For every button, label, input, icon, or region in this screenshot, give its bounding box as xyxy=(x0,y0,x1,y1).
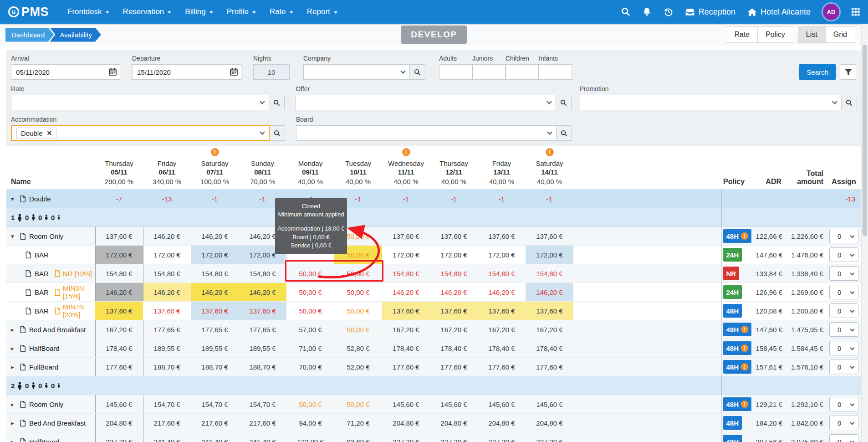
rate-cell[interactable]: 178,40 € xyxy=(478,339,526,358)
rate-cell[interactable]: 137,60 € xyxy=(239,302,286,320)
rate-cell[interactable]: 154,70 € xyxy=(143,395,191,414)
rate-cell[interactable]: 154,80 € xyxy=(95,264,143,283)
rate-cell[interactable]: 172,00 € xyxy=(191,246,239,264)
rate-cell[interactable]: 204,80 € xyxy=(478,414,526,432)
row-name-cell[interactable]: ▾Double xyxy=(6,190,95,208)
rate-cell[interactable]: 57,00 € xyxy=(286,320,334,339)
rate-cell[interactable]: 177,65 € xyxy=(143,320,191,339)
assign-select[interactable]: 0 xyxy=(829,434,858,442)
rate-cell[interactable]: 137,60 € xyxy=(191,302,239,320)
infants-input[interactable] xyxy=(539,64,572,80)
assign-select[interactable]: 0 xyxy=(829,341,858,355)
rate-cell[interactable]: 154,80 € xyxy=(430,264,478,283)
rate-cell[interactable]: 188,70 € xyxy=(239,358,286,376)
rate-cell[interactable]: 241,40 € xyxy=(239,432,286,442)
rate-cell[interactable]: 217,60 € xyxy=(143,414,191,432)
rate-cell[interactable]: 204,80 € xyxy=(526,414,573,432)
assign-select[interactable]: 0 xyxy=(829,322,858,337)
rate-cell[interactable]: 146,20 € xyxy=(526,283,573,302)
rate-cell[interactable]: 227,20 € xyxy=(382,432,430,442)
rate-cell[interactable]: 154,80 € xyxy=(526,264,573,283)
expand-caret[interactable]: ▸ xyxy=(11,364,17,370)
row-name-cell[interactable]: ▸Bed And Breakfast xyxy=(6,320,95,339)
expand-caret[interactable]: ▾ xyxy=(11,195,17,202)
rate-search-button[interactable] xyxy=(269,95,285,110)
rate-cell[interactable]: 189,55 € xyxy=(239,339,286,358)
rate-cell[interactable]: 145,60 € xyxy=(526,395,573,414)
rate-cell[interactable]: 177,60 € xyxy=(382,358,430,376)
promotion-search-button[interactable] xyxy=(842,95,857,110)
scrollbar-thumb[interactable] xyxy=(863,45,867,236)
company-select[interactable] xyxy=(303,64,410,80)
rate-cell[interactable]: 172,00 € xyxy=(430,246,478,264)
assign-select[interactable]: 0 xyxy=(829,266,858,281)
hotel-link[interactable]: Hotel Alicante xyxy=(748,7,811,17)
rate-cell[interactable]: 71,00 € xyxy=(286,339,334,358)
rate-cell[interactable]: 172,00 € xyxy=(526,246,573,264)
rate-cell[interactable]: 178,40 € xyxy=(430,339,478,358)
rate-cell[interactable]: 50,00 € xyxy=(334,302,382,320)
rate-cell[interactable]: 167,20 € xyxy=(382,320,430,339)
policy-view-button[interactable]: Policy xyxy=(758,26,793,43)
assign-select[interactable]: 0 xyxy=(829,229,858,243)
rate-cell[interactable]: 154,70 € xyxy=(191,395,239,414)
accommodation-search-button[interactable] xyxy=(270,125,285,141)
rate-cell[interactable]: 154,80 € xyxy=(191,264,239,283)
assign-select[interactable]: 0 xyxy=(829,416,858,430)
row-name-cell[interactable]: ▸Bed And Breakfast xyxy=(6,414,95,432)
rate-cell[interactable]: 145,60 € xyxy=(95,395,143,414)
adults-input[interactable] xyxy=(439,64,472,80)
rate-cell[interactable]: 189,55 € xyxy=(191,339,239,358)
rate-cell[interactable]: 137,60 € xyxy=(95,302,143,320)
rate-cell[interactable]: 177,60 € xyxy=(95,358,143,376)
expand-caret[interactable]: ▸ xyxy=(11,420,17,427)
expand-caret[interactable]: ▾ xyxy=(11,233,17,240)
rate-cell[interactable]: 146,20 € xyxy=(478,283,526,302)
list-view-button[interactable]: List xyxy=(798,26,826,43)
rate-cell[interactable]: 172,00 € xyxy=(95,246,143,264)
app-logo[interactable]: u PMS xyxy=(8,5,49,19)
rate-cell[interactable]: 178,40 € xyxy=(526,339,573,358)
offer-search-button[interactable] xyxy=(556,95,572,110)
rate-select[interactable] xyxy=(11,95,269,110)
rate-cell[interactable]: 137,60 € xyxy=(430,302,478,320)
board-select[interactable] xyxy=(296,125,557,141)
rate-cell[interactable]: 145,60 € xyxy=(430,395,478,414)
rate-cell[interactable]: 137,60 € xyxy=(478,227,526,246)
departure-date-input[interactable] xyxy=(132,64,241,80)
rate-cell[interactable]: 189,55 € xyxy=(143,339,191,358)
expand-caret[interactable]: ▸ xyxy=(11,326,17,333)
search-button[interactable]: Search xyxy=(799,64,836,80)
rate-cell[interactable]: 146,20 € xyxy=(95,283,143,302)
rate-cell[interactable]: 204,80 € xyxy=(95,414,143,432)
calendar-icon[interactable] xyxy=(230,68,238,76)
assign-select[interactable]: 0 xyxy=(829,303,858,318)
rate-cell[interactable]: 217,60 € xyxy=(239,414,286,432)
rate-cell[interactable]: 50,00 € xyxy=(286,302,334,320)
notifications-bell-icon[interactable] xyxy=(643,7,651,16)
juniors-input[interactable] xyxy=(472,64,505,80)
rate-cell[interactable]: 146,20 € xyxy=(143,227,191,246)
menu-report[interactable]: Report xyxy=(300,3,344,21)
rate-cell[interactable]: 145,60 € xyxy=(382,395,430,414)
assign-select[interactable]: 0 xyxy=(829,360,858,374)
menu-reservation[interactable]: Reservation xyxy=(116,3,179,21)
menu-billing[interactable]: Billing xyxy=(178,3,220,21)
rate-cell[interactable]: 217,60 € xyxy=(191,414,239,432)
expand-caret[interactable]: ▸ xyxy=(11,438,17,442)
rate-cell[interactable]: 50,00 € xyxy=(334,395,382,414)
rate-view-button[interactable]: Rate xyxy=(726,26,758,43)
rate-cell[interactable]: 52,80 € xyxy=(334,339,382,358)
rate-cell[interactable]: 172,00 € xyxy=(143,246,191,264)
rate-cell[interactable]: 241,40 € xyxy=(143,432,191,442)
filter-toggle-button[interactable] xyxy=(840,64,857,80)
row-name-cell[interactable]: ▸Room Only xyxy=(6,395,95,414)
rate-cell[interactable]: 204,80 € xyxy=(382,414,430,432)
breadcrumb-dashboard[interactable]: Dashboard xyxy=(5,28,54,42)
board-search-button[interactable] xyxy=(557,125,572,141)
reception-link[interactable]: Reception xyxy=(685,7,735,17)
rate-cell[interactable]: 227,20 € xyxy=(95,432,143,442)
rate-cell[interactable]: 137,60 € xyxy=(526,227,573,246)
user-avatar[interactable]: AD xyxy=(823,4,839,20)
history-icon[interactable] xyxy=(664,7,673,16)
